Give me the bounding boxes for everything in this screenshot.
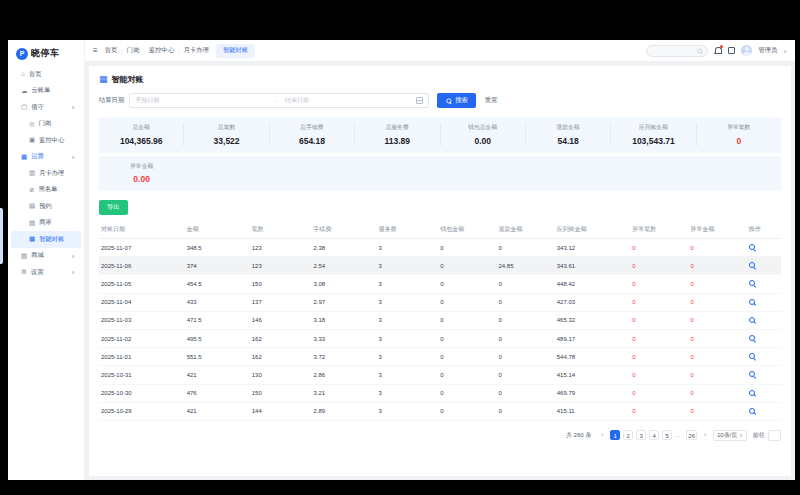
page-number[interactable]: 1 [610,430,620,440]
date-separator: - [275,98,277,104]
sidebar-item[interactable]: ▣监控中心 [11,132,81,149]
view-detail-icon[interactable] [749,335,756,342]
topbar: ≡ 首页|门岗|监控中心|月卡办理智能对账 管理员 ∨ [85,40,795,62]
jumper-input[interactable] [768,430,781,441]
cloud-icon: ☁ [21,88,28,95]
sidebar-item[interactable]: ⊘黑名单 [11,182,81,199]
cell: 0 [630,311,688,329]
sidebar-item[interactable]: ▥月卡办理 [11,165,81,182]
page-header: ▦ 智能对账 [99,74,781,85]
blacklist-icon: ⊘ [29,187,34,194]
sidebar-item-label: 智能对账 [39,235,64,244]
cell: 3.08 [311,275,376,293]
stat-card: 异常金额 0.00 [99,162,184,185]
operation-cell [747,402,781,420]
cell: 0 [496,366,554,384]
sidebar-item[interactable]: ▤预约 [11,198,81,215]
cell: 0 [496,239,554,257]
stat-card: 钱包总金额0.00 [441,123,526,146]
export-button[interactable]: 导出 [99,200,128,215]
view-detail-icon[interactable] [749,280,756,287]
column-header: 钱包金额 [438,221,496,239]
notification-bell-icon[interactable] [714,46,722,55]
sidebar-item[interactable]: ▢值守∧ [11,99,81,116]
view-detail-icon[interactable] [749,407,756,414]
page-size-select[interactable]: 10条/页 ∨ [713,430,747,441]
page-number[interactable]: 26 [686,430,697,440]
sidebar-item[interactable]: ☁云账单 [11,83,81,100]
sidebar-item[interactable]: ▨商城∨ [11,248,81,265]
brand-logo-icon: P [16,48,28,60]
cell: 0 [630,239,688,257]
view-detail-icon[interactable] [749,262,756,269]
sidebar-item[interactable]: ⌂首页 [11,66,81,83]
view-detail-icon[interactable] [749,371,756,378]
tab-2[interactable]: 门岗 [127,46,140,55]
view-detail-icon[interactable] [749,389,756,396]
sidebar-item[interactable]: ▦运营∧ [11,149,81,166]
global-search-input[interactable] [646,45,708,57]
view-detail-icon[interactable] [749,316,756,323]
recon-icon: ▦ [29,236,35,243]
sidebar-item-label: 值守 [31,103,44,112]
tab-5[interactable]: 智能对账 [216,44,255,58]
avatar[interactable] [741,45,752,56]
table-body: 2025-11-07348.51232.38300343.12002025-11… [99,239,781,421]
cell: 0 [496,311,554,329]
cell: 0 [688,293,746,311]
sidebar-item[interactable]: ▧商家 [11,215,81,232]
search-icon [697,48,703,54]
tab-separator: | [121,48,123,54]
cell: 0 [688,275,746,293]
cell: 3 [377,348,439,366]
page-number[interactable]: 5 [662,430,672,440]
stat-label: 应到账金额 [611,123,695,132]
search-button[interactable]: 搜索 [437,93,476,108]
chevron-up-icon: ∧ [71,154,75,160]
more-pages-icon: ... [675,432,683,438]
cell: 0 [496,293,554,311]
view-detail-icon[interactable] [749,298,756,305]
operation-cell [747,275,781,293]
end-date-placeholder: 结束日期 [285,96,417,105]
stat-label: 异常金额 [99,162,184,171]
chevron-down-icon[interactable]: ∨ [783,48,787,54]
sidebar-item[interactable]: ◎门岗 [11,116,81,133]
calendar-icon [416,97,423,104]
date-range-input[interactable]: 开始日期 - 结束日期 [129,93,429,108]
page-number[interactable]: 3 [636,430,646,440]
cell: 0 [688,384,746,402]
cell: 3 [377,239,439,257]
cell: 0 [630,275,688,293]
tab-4[interactable]: 月卡办理 [184,46,209,55]
prev-page-button[interactable]: ‹ [597,430,607,440]
cell: 2025-10-29 [99,402,185,420]
view-detail-icon[interactable] [749,244,756,251]
tab-1[interactable]: 首页 [105,46,118,55]
stat-label: 异常笔数 [697,123,781,132]
cell: 150 [250,384,312,402]
duty-icon: ▢ [21,104,27,111]
tab-3[interactable]: 监控中心 [149,46,174,55]
sidebar-item-label: 运营 [31,152,44,161]
page-number[interactable]: 2 [623,430,633,440]
next-page-button[interactable]: › [700,430,710,440]
cell: 0 [688,257,746,275]
stat-label: 总服务费 [355,123,439,132]
table-row: 2025-11-07348.51232.38300343.1200 [99,239,781,257]
page-number[interactable]: 4 [649,430,659,440]
sidebar-item[interactable]: ⚙设置∨ [11,264,81,281]
cell: 3 [377,402,439,420]
filter-label: 结算日期 [99,96,124,105]
reset-button[interactable]: 重置 [485,96,498,105]
cell: 3 [377,257,439,275]
topbar-tabs: 首页|门岗|监控中心|月卡办理智能对账 [105,44,647,58]
start-date-placeholder: 开始日期 [135,96,267,105]
collapse-menu-icon[interactable]: ≡ [93,46,98,55]
view-detail-icon[interactable] [749,353,756,360]
user-name[interactable]: 管理员 [758,46,777,55]
card-icon: ▥ [29,170,35,177]
fullscreen-icon[interactable] [728,47,735,54]
sidebar-item[interactable]: ▦智能对账 [11,231,81,248]
topbar-right: 管理员 ∨ [646,45,787,57]
